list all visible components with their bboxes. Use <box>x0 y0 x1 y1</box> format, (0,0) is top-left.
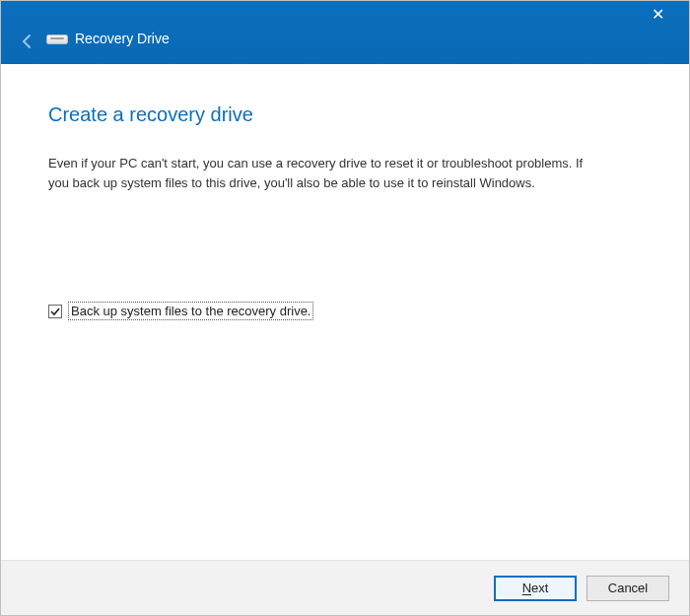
checkmark-icon <box>49 306 61 317</box>
wizard-window: ✕ Recovery Drive Create a recovery drive… <box>0 0 690 616</box>
footer-bar: Next Cancel <box>1 560 689 615</box>
backup-checkbox-label: Back up system files to the recovery dri… <box>68 302 313 320</box>
next-button[interactable]: Next <box>494 576 577 601</box>
backup-checkbox-row: Back up system files to the recovery dri… <box>48 302 642 320</box>
next-accelerator: N <box>522 581 531 595</box>
back-arrow-icon <box>19 33 36 50</box>
drive-icon <box>46 33 68 46</box>
close-button[interactable]: ✕ <box>638 7 677 23</box>
window-title: Recovery Drive <box>75 31 170 46</box>
backup-checkbox[interactable] <box>48 305 62 318</box>
page-heading: Create a recovery drive <box>48 103 642 126</box>
next-rest: ext <box>531 581 548 595</box>
cancel-button[interactable]: Cancel <box>586 576 669 601</box>
back-button[interactable] <box>19 33 36 50</box>
content-area: Create a recovery drive Even if your PC … <box>1 64 689 560</box>
close-icon: ✕ <box>652 6 664 23</box>
page-description: Even if your PC can't start, you can use… <box>48 154 600 193</box>
titlebar: ✕ Recovery Drive <box>1 1 689 64</box>
